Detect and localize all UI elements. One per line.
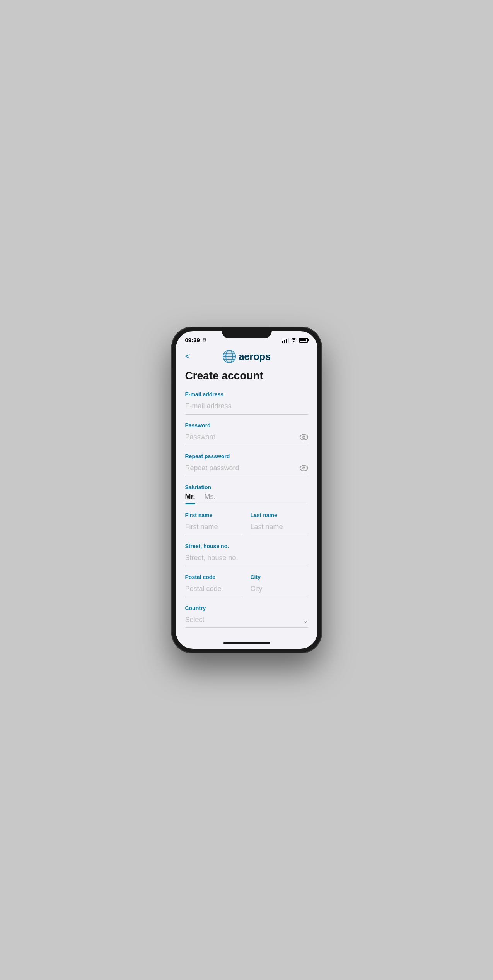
postal-code-label: Postal code (185, 574, 243, 580)
phone-shell: 09:39 ⊟ (171, 327, 322, 653)
country-select[interactable]: Select Germany Austria Switzerland Unite… (185, 613, 308, 627)
page-title: Create account (185, 370, 308, 382)
city-group: City (251, 574, 308, 597)
wifi-icon (291, 337, 297, 343)
country-label: Country (185, 605, 308, 611)
repeat-password-group: Repeat password (185, 453, 308, 476)
last-name-label: Last name (251, 512, 308, 518)
battery-fill (300, 339, 306, 341)
repeat-password-wrapper (185, 462, 308, 476)
battery-icon (299, 338, 308, 343)
salutation-group: Salutation Mr. Ms. (185, 484, 308, 504)
password-group: Password (185, 422, 308, 445)
repeat-password-eye-icon[interactable] (300, 465, 308, 473)
repeat-password-input[interactable] (185, 462, 308, 476)
country-group: Country Select Germany Austria Switzerla… (185, 605, 308, 628)
signal-bars (282, 338, 289, 343)
salutation-ms-tab[interactable]: Ms. (205, 493, 216, 504)
logo-text: aerops (239, 351, 270, 363)
street-label: Street, house no. (185, 543, 308, 549)
status-right (282, 337, 308, 343)
header: < aerops (185, 345, 308, 370)
email-label: E-mail address (185, 391, 308, 397)
sim-icon: ⊟ (203, 338, 206, 343)
logo-text-aero: aero (239, 351, 259, 362)
svg-point-9 (303, 467, 305, 469)
password-eye-icon[interactable] (300, 434, 308, 442)
salutation-label: Salutation (185, 484, 308, 490)
signal-bar-3 (286, 339, 287, 343)
email-group: E-mail address (185, 391, 308, 415)
phone-screen: 09:39 ⊟ (176, 331, 317, 649)
city-label: City (251, 574, 308, 580)
svg-point-7 (303, 436, 305, 439)
content-scroll[interactable]: < aerops Create account (176, 345, 317, 639)
city-input[interactable] (251, 583, 308, 597)
logo-globe-icon (222, 350, 236, 363)
first-name-input[interactable] (185, 521, 243, 535)
back-button[interactable]: < (185, 350, 193, 363)
notch (222, 327, 272, 338)
first-name-group: First name (185, 512, 243, 535)
signal-bar-4 (288, 338, 289, 343)
country-select-wrapper: Select Germany Austria Switzerland Unite… (185, 613, 308, 628)
status-left: 09:39 ⊟ (185, 337, 206, 343)
svg-point-8 (300, 466, 308, 471)
postal-code-input[interactable] (185, 583, 243, 597)
logo-text-ps: ps (259, 351, 270, 362)
logo: aerops (222, 350, 270, 363)
email-input[interactable] (185, 400, 308, 415)
home-bar (223, 642, 270, 644)
first-name-label: First name (185, 512, 243, 518)
password-wrapper (185, 431, 308, 445)
svg-point-6 (300, 435, 308, 440)
signal-bar-1 (282, 341, 283, 343)
repeat-password-label: Repeat password (185, 453, 308, 459)
signal-bar-2 (284, 340, 285, 343)
status-time: 09:39 (185, 337, 200, 343)
password-label: Password (185, 422, 308, 428)
street-group: Street, house no. (185, 543, 308, 566)
password-input[interactable] (185, 431, 308, 445)
salutation-tabs: Mr. Ms. (185, 493, 308, 504)
last-name-group: Last name (251, 512, 308, 535)
street-input[interactable] (185, 552, 308, 566)
postal-code-group: Postal code (185, 574, 243, 597)
name-row: First name Last name (185, 512, 308, 543)
last-name-input[interactable] (251, 521, 308, 535)
salutation-mr-tab[interactable]: Mr. (185, 493, 195, 504)
postal-city-row: Postal code City (185, 574, 308, 605)
home-indicator (176, 639, 317, 649)
